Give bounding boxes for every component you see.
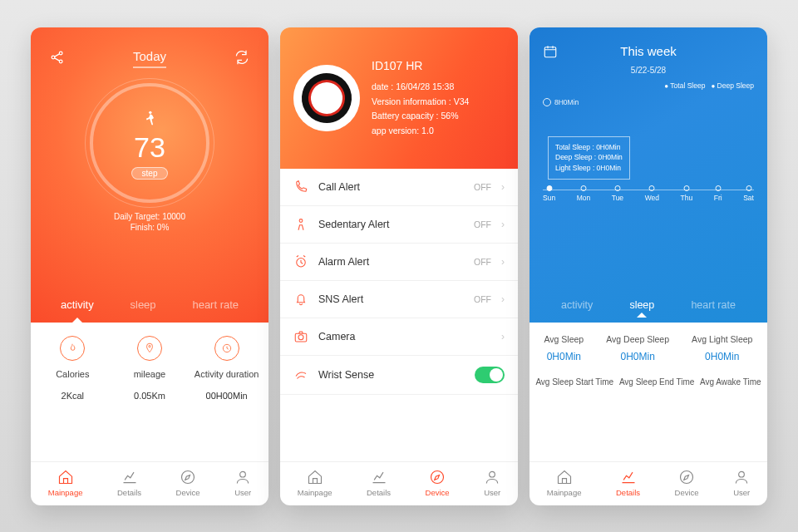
chevron-right-icon: › bbox=[501, 256, 505, 268]
alarm-alert-state: OFF bbox=[474, 257, 491, 267]
end-time-label: Avg Sleep End Time bbox=[619, 377, 694, 387]
screen-device: ID107 HR date : 16/04/28 15:38 Version i… bbox=[280, 27, 518, 505]
duration-value: 00H00Min bbox=[206, 391, 248, 401]
tab-activity[interactable]: activity bbox=[561, 299, 593, 311]
awake-time-label: Avg Awake Time bbox=[700, 377, 761, 387]
user-icon bbox=[484, 469, 500, 485]
call-alert-state: OFF bbox=[474, 182, 491, 192]
calories-value: 2Kcal bbox=[62, 391, 85, 401]
compass-icon bbox=[180, 469, 196, 485]
bell-icon bbox=[293, 292, 308, 307]
sns-alert-label: SNS Alert bbox=[318, 293, 464, 305]
tooltip-deep: Deep Sleep : 0H0Min bbox=[555, 152, 623, 163]
clock-small-icon bbox=[543, 98, 551, 106]
chevron-right-icon: › bbox=[501, 181, 505, 193]
compass-icon bbox=[678, 469, 695, 485]
row-camera[interactable]: Camera › bbox=[280, 318, 518, 356]
home-icon bbox=[57, 469, 74, 485]
row-call-alert[interactable]: Call Alert OFF › bbox=[280, 169, 518, 206]
user-icon bbox=[234, 469, 251, 485]
avg-sleep-value: 0H0Min bbox=[544, 351, 584, 362]
svg-point-11 bbox=[298, 334, 303, 339]
chevron-right-icon: › bbox=[501, 219, 505, 230]
clock-icon bbox=[214, 336, 239, 361]
sleep-times: Avg Sleep Start Time Avg Sleep End Time … bbox=[530, 369, 767, 387]
tab-sleep[interactable]: sleep bbox=[629, 299, 654, 311]
screen-mainpage: Today 73 step Daily Target: 10000 Finish… bbox=[31, 27, 268, 505]
day-mon[interactable]: Mon bbox=[577, 194, 591, 202]
hero-tabs: activity sleep heart rate bbox=[31, 293, 268, 323]
calendar-icon[interactable] bbox=[543, 44, 558, 59]
device-info: ID107 HR date : 16/04/28 15:38 Version i… bbox=[372, 57, 469, 139]
row-wrist-sense[interactable]: Wrist Sense bbox=[280, 356, 518, 395]
day-wed[interactable]: Wed bbox=[645, 194, 659, 202]
nav-details[interactable]: Details bbox=[117, 469, 141, 497]
nav-user[interactable]: User bbox=[733, 469, 750, 497]
day-tue[interactable]: Tue bbox=[612, 194, 623, 202]
refresh-icon[interactable] bbox=[234, 49, 250, 68]
targets: Daily Target: 10000 Finish: 0% bbox=[114, 211, 185, 234]
nav-device[interactable]: Device bbox=[176, 469, 200, 497]
walk-icon bbox=[141, 106, 158, 130]
svg-point-12 bbox=[431, 470, 444, 483]
tab-heart-rate[interactable]: heart rate bbox=[691, 299, 736, 311]
row-sedentary-alert[interactable]: Sedentary Alert OFF › bbox=[280, 206, 518, 244]
nav-details[interactable]: Details bbox=[367, 469, 391, 497]
tab-sleep[interactable]: sleep bbox=[127, 293, 160, 316]
device-image bbox=[293, 65, 360, 131]
step-count: 73 bbox=[134, 131, 165, 164]
svg-point-4 bbox=[149, 345, 150, 347]
nav-mainpage[interactable]: Mainpage bbox=[48, 469, 83, 497]
alarm-icon bbox=[293, 254, 308, 269]
nav-device[interactable]: Device bbox=[675, 469, 699, 497]
nav-device[interactable]: Device bbox=[426, 469, 450, 497]
chart-days: Sun Mon Tue Wed Thu Fri Sat bbox=[543, 194, 754, 202]
tab-heart-rate[interactable]: heart rate bbox=[189, 293, 242, 316]
day-thu[interactable]: Thu bbox=[681, 194, 693, 202]
home-icon bbox=[307, 469, 323, 485]
metric-mileage[interactable]: mileage 0.05Km bbox=[111, 336, 188, 401]
day-sat[interactable]: Sat bbox=[743, 194, 754, 202]
date-title[interactable]: Today bbox=[133, 49, 166, 68]
hero-tabs: activity sleep heart rate bbox=[543, 299, 754, 316]
row-sns-alert[interactable]: SNS Alert OFF › bbox=[280, 281, 518, 318]
tab-activity[interactable]: activity bbox=[57, 293, 97, 316]
sleep-hero: This week 5/22-5/28 Total Sleep Deep Sle… bbox=[530, 27, 767, 323]
nav-mainpage[interactable]: Mainpage bbox=[547, 469, 582, 497]
device-name: ID107 HR bbox=[372, 57, 469, 76]
chart-icon bbox=[371, 469, 387, 485]
chart-icon bbox=[620, 469, 637, 485]
wrist-sense-toggle[interactable] bbox=[475, 367, 505, 383]
chart-legend: Total Sleep Deep Sleep bbox=[543, 81, 754, 90]
row-alarm-alert[interactable]: Alarm Alert OFF › bbox=[280, 244, 518, 281]
start-time-label: Avg Sleep Start Time bbox=[535, 377, 613, 387]
metric-calories[interactable]: Calories 2Kcal bbox=[34, 336, 111, 401]
nav-user[interactable]: User bbox=[234, 469, 251, 497]
phone-icon bbox=[293, 180, 308, 195]
device-header: ID107 HR date : 16/04/28 15:38 Version i… bbox=[280, 27, 518, 169]
sedentary-alert-state: OFF bbox=[474, 219, 491, 229]
share-icon[interactable] bbox=[49, 49, 66, 68]
user-icon bbox=[733, 469, 750, 485]
day-sun[interactable]: Sun bbox=[543, 194, 555, 202]
nav-details[interactable]: Details bbox=[616, 469, 640, 497]
day-fri[interactable]: Fri bbox=[714, 194, 722, 202]
sedentary-alert-label: Sedentary Alert bbox=[318, 219, 464, 230]
compass-icon bbox=[429, 469, 446, 485]
flame-icon bbox=[60, 336, 85, 361]
call-alert-label: Call Alert bbox=[318, 181, 464, 193]
camera-label: Camera bbox=[318, 331, 491, 342]
metric-duration[interactable]: Activity duration 00H00Min bbox=[189, 336, 265, 401]
device-date: date : 16/04/28 15:38 bbox=[372, 80, 469, 95]
screen-details: This week 5/22-5/28 Total Sleep Deep Sle… bbox=[530, 27, 767, 505]
chevron-right-icon: › bbox=[501, 293, 505, 305]
svg-point-1 bbox=[59, 52, 62, 55]
nav-mainpage[interactable]: Mainpage bbox=[298, 469, 332, 497]
bottom-nav: Mainpage Details Device User bbox=[31, 461, 268, 505]
svg-point-8 bbox=[299, 219, 303, 222]
nav-user[interactable]: User bbox=[484, 469, 500, 497]
avg-light-label: Avg Light Sleep bbox=[692, 334, 752, 344]
device-version: Version information : V34 bbox=[372, 95, 469, 110]
week-title[interactable]: This week bbox=[568, 44, 729, 58]
step-progress-ring: 73 step bbox=[90, 83, 209, 203]
